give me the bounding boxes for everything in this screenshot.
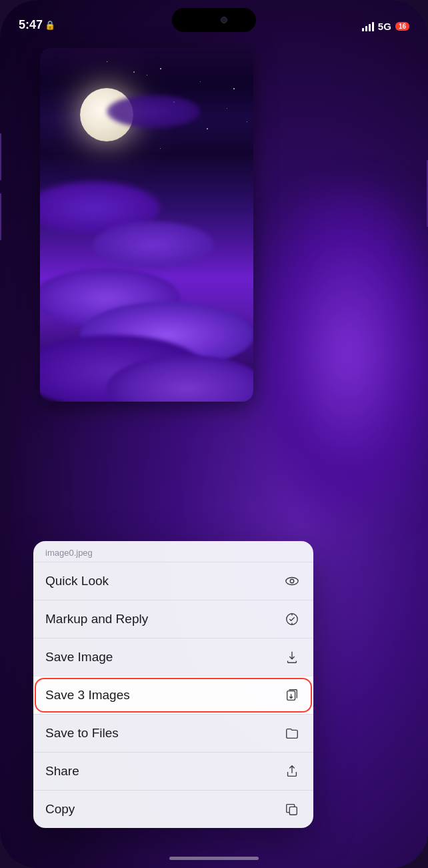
quick-look-label: Quick Look — [45, 574, 109, 588]
signal-bar-3 — [369, 24, 371, 31]
copy-label: Copy — [45, 802, 75, 817]
save-to-files-label: Save to Files — [45, 726, 119, 741]
lock-icon: 🔒 — [45, 21, 55, 30]
signal-bars — [362, 22, 374, 31]
volume-down-button[interactable] — [0, 193, 1, 240]
menu-item-save-3-images[interactable]: Save 3 Images — [33, 676, 313, 714]
network-type: 5G — [378, 21, 391, 32]
save-3-images-label: Save 3 Images — [45, 688, 130, 703]
menu-item-markup-reply[interactable]: Markup and Reply — [33, 600, 313, 638]
cloud-3 — [93, 222, 213, 268]
menu-item-save-to-files[interactable]: Save to Files — [33, 714, 313, 752]
signal-bar-1 — [362, 28, 364, 31]
save-multi-icon — [283, 686, 301, 705]
dynamic-island — [172, 8, 256, 32]
cloud-1 — [107, 95, 200, 128]
status-time: 5:47 🔒 — [19, 18, 55, 32]
home-indicator[interactable] — [169, 857, 259, 860]
image-content — [40, 48, 253, 402]
menu-item-quick-look[interactable]: Quick Look — [33, 562, 313, 600]
menu-item-copy[interactable]: Copy — [33, 790, 313, 828]
markup-reply-label: Markup and Reply — [45, 612, 148, 626]
save-image-icon — [283, 648, 301, 667]
signal-bar-4 — [372, 22, 374, 31]
menu-filename: image0.jpeg — [33, 541, 313, 562]
share-label: Share — [45, 764, 79, 779]
folder-icon — [283, 724, 301, 743]
eye-icon — [283, 572, 301, 590]
notification-badge: 16 — [395, 22, 409, 31]
camera-dot — [221, 17, 227, 23]
markup-icon — [283, 610, 301, 628]
time-display: 5:47 — [19, 18, 43, 32]
background-blob — [255, 187, 428, 520]
menu-item-share[interactable]: Share — [33, 752, 313, 790]
signal-bar-2 — [365, 26, 367, 31]
context-menu: image0.jpeg Quick Look Markup and Reply — [33, 541, 313, 828]
image-preview — [40, 48, 253, 402]
copy-icon — [283, 800, 301, 819]
save-image-label: Save Image — [45, 650, 113, 665]
volume-up-button[interactable] — [0, 133, 1, 180]
svg-point-0 — [286, 578, 298, 585]
menu-item-save-image[interactable]: Save Image — [33, 638, 313, 676]
svg-rect-4 — [289, 807, 297, 815]
phone-frame: 5:47 🔒 5G 16 — [0, 0, 428, 868]
status-right: 5G 16 — [362, 21, 409, 32]
svg-point-1 — [290, 579, 294, 583]
share-icon — [283, 762, 301, 781]
